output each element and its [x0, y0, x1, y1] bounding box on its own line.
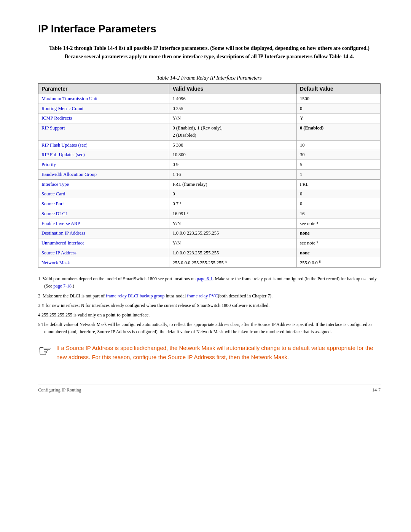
- footnote-item: 1 Valid port numbers depend on the model…: [38, 275, 381, 290]
- page-footer: Configuring IP Routing 14-7: [38, 385, 381, 393]
- default-cell: see note ³: [296, 219, 380, 228]
- valid-cell: FRL (frame relay): [169, 179, 296, 189]
- footer-left: Configuring IP Routing: [38, 387, 81, 393]
- table-row: Enable Inverse ARPY/Nsee note ³: [38, 219, 381, 228]
- default-cell: 1500: [296, 94, 380, 104]
- default-cell: 5: [296, 160, 380, 170]
- default-cell: Y: [296, 113, 380, 123]
- param-cell: Source Card: [38, 189, 169, 199]
- table-row: Bandwidth Allocation Group1 161: [38, 169, 381, 179]
- table-row: RIP Full Updates (sec)10 30030: [38, 150, 381, 160]
- caution-box: ☞ If a Source IP Address is specified/ch…: [38, 343, 381, 362]
- valid-cell: 1.0.0.0 223.255.255.255: [169, 248, 296, 258]
- col-header-default: Default Value: [296, 83, 380, 94]
- valid-cell: 0 9: [169, 160, 296, 170]
- param-cell: Source DLCI: [38, 209, 169, 219]
- default-cell: 0: [296, 189, 380, 199]
- table-row: Priority0 95: [38, 160, 381, 170]
- table-caption: Table 14-2 Frame Relay IP Interface Para…: [38, 75, 381, 81]
- valid-cell: 0 7 ¹: [169, 199, 296, 209]
- footer-right: 14-7: [372, 387, 381, 393]
- valid-cell: 0: [169, 189, 296, 199]
- valid-cell: 0 (Enabled), 1 (Rcv only),2 (Disabled): [169, 123, 296, 141]
- page-title: IP Interface Parameters: [38, 23, 381, 35]
- param-cell: Routing Metric Count: [38, 104, 169, 113]
- param-cell: Source IP Address: [38, 248, 169, 258]
- param-cell: RIP Full Updates (sec): [38, 150, 169, 160]
- default-cell: 30: [296, 150, 380, 160]
- footnote-item: 3 Y for new interfaces; N for interfaces…: [38, 302, 381, 309]
- footnote-item: 2 Make sure the DLCI is not part of fram…: [38, 292, 381, 300]
- param-cell: Priority: [38, 160, 169, 170]
- valid-cell: 1 16: [169, 169, 296, 179]
- param-cell: Bandwidth Allocation Group: [38, 169, 169, 179]
- valid-cell: 10 300: [169, 150, 296, 160]
- default-cell: 0 (Enabled): [296, 123, 380, 141]
- default-cell: 10: [296, 140, 380, 150]
- table-row: Maximum Transmission Unit1 40961500: [38, 94, 381, 104]
- col-header-parameter: Parameter: [38, 83, 169, 94]
- table-row: Source DLCI16 991 ²16: [38, 209, 381, 219]
- table-row: Routing Metric Count0 2550: [38, 104, 381, 113]
- param-cell: Destination IP Address: [38, 228, 169, 238]
- param-table: Parameter Valid Values Default Value Max…: [38, 83, 381, 268]
- col-header-valid: Valid Values: [169, 83, 296, 94]
- valid-cell: Y/N: [169, 219, 296, 228]
- table-row: ICMP RedirectsY/NY: [38, 113, 381, 123]
- intro-paragraph: Table 14-2 through Table 14-4 list all p…: [38, 44, 381, 61]
- valid-cell: 255.0.0.0 255.255.255.255 ⁴: [169, 258, 296, 268]
- param-cell: Source Port: [38, 199, 169, 209]
- param-cell: RIP Support: [38, 123, 169, 141]
- valid-cell: Y/N: [169, 238, 296, 248]
- param-cell: Interface Type: [38, 179, 169, 189]
- default-cell: 16: [296, 209, 380, 219]
- param-cell: RIP Flash Updates (sec): [38, 140, 169, 150]
- default-cell: see note ³: [296, 238, 380, 248]
- param-cell: Unnumbered Interface: [38, 238, 169, 248]
- param-cell: ICMP Redirects: [38, 113, 169, 123]
- default-cell: none: [296, 248, 380, 258]
- table-row: Source IP Address1.0.0.0 223.255.255.255…: [38, 248, 381, 258]
- caution-text: If a Source IP Address is specified/chan…: [56, 343, 381, 362]
- table-row: Source Port0 7 ¹0: [38, 199, 381, 209]
- valid-cell: 5 300: [169, 140, 296, 150]
- table-row: Source Card00: [38, 189, 381, 199]
- table-row: Destination IP Address1.0.0.0 223.255.25…: [38, 228, 381, 238]
- table-row: Interface TypeFRL (frame relay)FRL: [38, 179, 381, 189]
- param-cell: Maximum Transmission Unit: [38, 94, 169, 104]
- valid-cell: 1.0.0.0 223.255.255.255: [169, 228, 296, 238]
- default-cell: 0: [296, 199, 380, 209]
- footnote-item: 5 The default value of Network Mask will…: [38, 321, 381, 335]
- footnote-item: 4 255.255.255.255 is valid only on a poi…: [38, 312, 381, 319]
- param-cell: Network Mask: [38, 258, 169, 268]
- default-cell: FRL: [296, 179, 380, 189]
- default-cell: 1: [296, 169, 380, 179]
- valid-cell: Y/N: [169, 113, 296, 123]
- footnotes-section: 1 Valid port numbers depend on the model…: [38, 275, 381, 335]
- default-cell: 0: [296, 104, 380, 113]
- param-cell: Enable Inverse ARP: [38, 219, 169, 228]
- valid-cell: 16 991 ²: [169, 209, 296, 219]
- table-row: Unnumbered InterfaceY/Nsee note ³: [38, 238, 381, 248]
- default-cell: 255.0.0.0 ⁵: [296, 258, 380, 268]
- default-cell: none: [296, 228, 380, 238]
- table-row: Network Mask255.0.0.0 255.255.255.255 ⁴2…: [38, 258, 381, 268]
- table-row: RIP Support0 (Enabled), 1 (Rcv only),2 (…: [38, 123, 381, 141]
- valid-cell: 0 255: [169, 104, 296, 113]
- valid-cell: 1 4096: [169, 94, 296, 104]
- table-row: RIP Flash Updates (sec)5 30010: [38, 140, 381, 150]
- caution-icon: ☞: [38, 342, 52, 360]
